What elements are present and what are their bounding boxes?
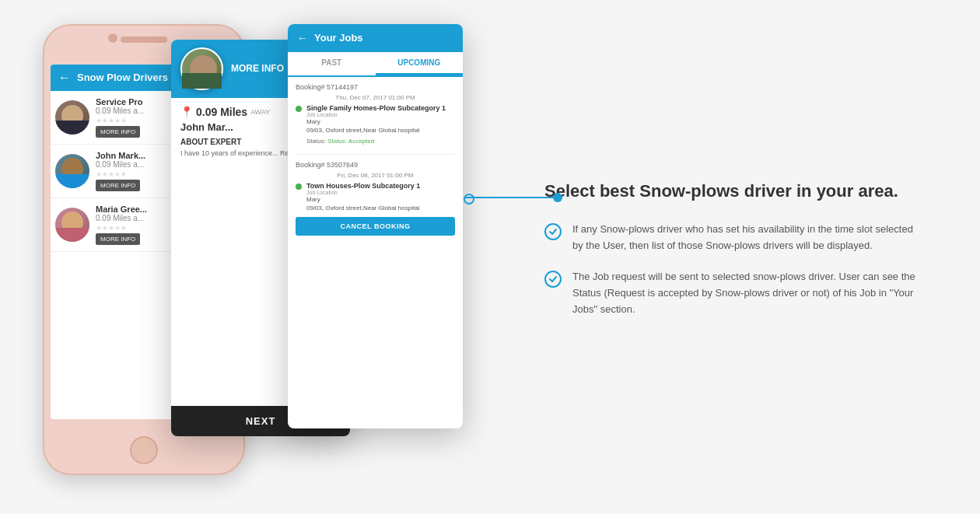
booking-number-1: Booking# 57144197 [296,83,455,91]
jobs-back-icon[interactable]: ← [297,32,308,44]
pin-icon: 📍 [180,106,193,117]
booking-1: Booking# 57144197 Thu, Dec 07, 2017 01:0… [296,83,455,145]
phone-home-button[interactable] [130,436,158,464]
booking-status-1: Status: Status: Accepted [306,138,446,145]
page-container: ← Snow Plow Drivers Service Pro [0,0,980,514]
feature-text-1: If any Snow-plows driver who has set his… [572,222,926,254]
tab-past[interactable]: PAST [288,52,376,75]
check-icon-1 [544,223,562,240]
feature-text-2: The Job request will be sent to selected… [572,269,926,317]
overlay-avatar [180,47,223,90]
feature-item-2: The Job request will be sent to selected… [544,269,926,317]
check-icon-2 [544,271,562,288]
expert-distance-value: 0.09 Miles [196,106,247,118]
booking-type-2: Town Houses-Plow Subcategory 1 [306,182,420,190]
overlay-header-name: MORE INFO [231,63,284,74]
booking-2: Booking# 53507649 Fri, Dec 08, 2017 01:0… [296,161,455,236]
phone-header-title: Snow Plow Drivers [77,72,168,83]
main-heading: Select best Snow-plows driver in your ar… [544,180,926,203]
phones-section: ← Snow Plow Drivers Service Pro [31,16,482,498]
booking-address-2: 09/03, Oxford street,Near Global hospita… [306,204,420,212]
jobs-title: Your Jobs [314,32,363,44]
job-location-label-1: Job Location [306,112,446,117]
tab-upcoming[interactable]: UPCOMING [376,52,464,75]
cancel-booking-button[interactable]: CANCEL BOOKING [296,217,455,236]
status-dot-2 [296,184,302,190]
back-arrow-icon[interactable]: ← [58,71,71,85]
job-location-label-2: Job Location [306,190,420,195]
booking-type-1: Single Family Homes-Plow Subcategory 1 [306,104,446,112]
text-section: Select best Snow-plows driver in your ar… [482,165,949,349]
more-info-btn-1[interactable]: MORE INFO [96,126,140,138]
booking-date-2: Fri, Dec 08, 2017 01:00 PM [296,172,455,179]
booking-detail-2: Town Houses-Plow Subcategory 1 Job Locat… [296,182,455,212]
booking-date-1: Thu, Dec 07, 2017 01:00 PM [296,94,455,101]
more-info-btn-3[interactable]: MORE INFO [96,233,140,245]
status-dot-1 [296,106,302,112]
booking-info-2: Town Houses-Plow Subcategory 1 Job Locat… [306,182,420,212]
divider-1 [296,154,455,155]
jobs-card: ← Your Jobs PAST UPCOMING Booking# 57144… [288,24,463,428]
booking-info-1: Single Family Homes-Plow Subcategory 1 J… [306,104,446,145]
booking-person-2: Mary [306,195,420,204]
away-label: AWAY [250,108,270,116]
feature-item-1: If any Snow-plows driver who has set his… [544,222,926,254]
connector-line [464,197,558,198]
driver-avatar-2 [55,154,89,188]
booking-number-2: Booking# 53507649 [296,161,455,169]
driver-avatar-1 [55,100,89,135]
driver-avatar-3 [55,208,89,242]
booking-person-1: Mary [306,117,446,126]
more-info-btn-2[interactable]: MORE INFO [96,180,140,191]
jobs-header: ← Your Jobs [288,24,463,52]
booking-detail-1: Single Family Homes-Plow Subcategory 1 J… [296,104,455,145]
jobs-content: Booking# 57144197 Thu, Dec 07, 2017 01:0… [288,77,463,407]
jobs-tabs: PAST UPCOMING [288,52,463,77]
booking-address-1: 09/03, Oxford street,Near Global hospita… [306,126,446,135]
